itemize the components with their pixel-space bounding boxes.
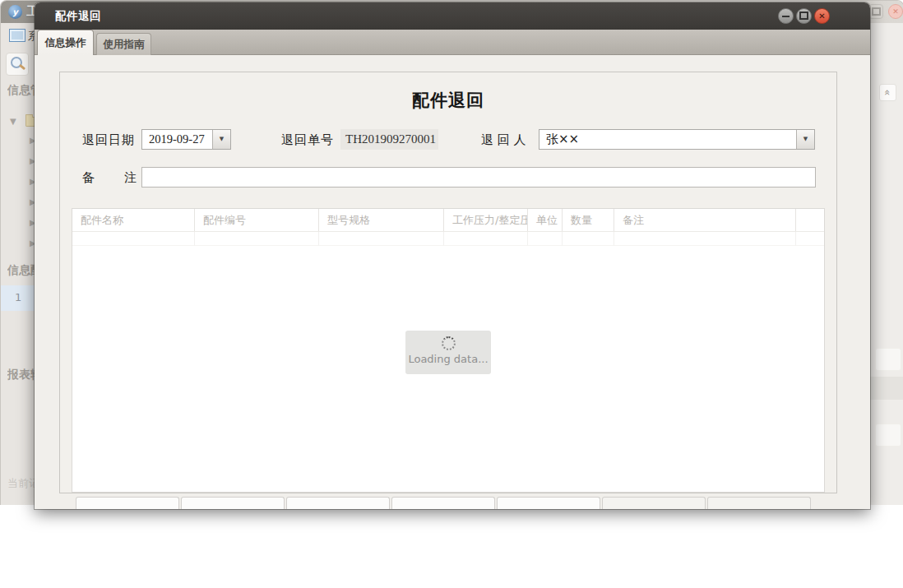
return-date-value: 2019-09-27 [149,130,205,149]
maximize-button[interactable] [796,8,812,24]
system-checkbox-icon[interactable] [9,29,25,42]
action-button[interactable] [286,497,390,509]
app-logo-icon: y [8,5,22,19]
col-filler [796,209,824,231]
minimize-icon [782,16,790,17]
returner-label: 退 回 人 [481,132,526,148]
collapse-panel-button[interactable]: « [879,84,896,101]
col-remark[interactable]: 备注 [614,209,796,231]
action-button[interactable] [76,497,179,509]
tree-collapse-icon[interactable]: ▼ [10,117,16,126]
spinner-icon [442,336,456,350]
remark-input[interactable] [141,167,816,188]
sidebar-selected-item[interactable]: 1 [1,285,35,311]
parent-sidebar: 系 信息管 ▼ ▶ ▶ ▶ ▶ ▶ ▶ 信息配 1 报表输 当前记 [1,23,35,505]
action-button[interactable] [707,497,811,509]
dialog-titlebar[interactable]: 配件退回 ✕ [35,2,870,30]
col-quantity[interactable]: 数量 [563,209,614,231]
dialog-body: 配件退回 退回日期 2019-09-27 ▼ 退回单号 TH2019092700… [35,55,870,509]
remark-label: 备 注 [82,170,137,186]
parent-maximize-button[interactable] [868,4,883,19]
col-unit[interactable]: 单位 [528,209,563,231]
parts-table: 配件名称 配件编号 型号规格 工作压力/整定压力 单位 数量 备注 [72,208,825,493]
loading-text: Loading data... [405,353,491,365]
action-button[interactable] [497,497,600,509]
col-model-spec[interactable]: 型号规格 [319,209,444,231]
return-date-label: 退回日期 [82,132,135,148]
action-button[interactable] [391,497,495,509]
col-part-no[interactable]: 配件编号 [195,209,319,231]
maximize-icon [799,12,808,20]
form-panel: 配件退回 退回日期 2019-09-27 ▼ 退回单号 TH2019092700… [59,72,837,493]
table-header-row: 配件名称 配件编号 型号规格 工作压力/整定压力 单位 数量 备注 [72,209,824,232]
page-title: 配件退回 [60,89,836,112]
order-no-label: 退回单号 [281,132,334,148]
action-button[interactable] [181,497,285,509]
tab-user-guide[interactable]: 使用指南 [96,33,151,55]
returner-dropdown-button[interactable]: ▼ [796,130,814,149]
returner-select[interactable]: 张×× ▼ [539,129,815,150]
action-button[interactable] [602,497,706,509]
remark-label-left: 备 [82,170,95,186]
minimize-button[interactable] [778,8,794,24]
parent-close-button[interactable]: ✕ [888,4,903,19]
parts-return-dialog: 配件退回 ✕ 信息操作 使用指南 配件退回 退回日期 2019-09-27 ▼ … [35,2,870,509]
search-button[interactable] [6,53,29,76]
maximize-icon [872,7,881,16]
chevron-down-icon: ▼ [797,130,814,149]
loading-indicator: Loading data... [405,331,491,374]
chevron-down-icon: ▼ [213,130,230,149]
parent-ghost-row [875,424,901,447]
table-row [72,232,824,246]
parent-highlight-row [870,377,903,400]
order-no-field: TH201909270001 [340,129,438,150]
col-part-name[interactable]: 配件名称 [72,209,195,231]
dialog-title: 配件退回 [55,2,101,30]
remark-label-right: 注 [124,170,137,186]
tab-info-operations[interactable]: 信息操作 [37,30,94,55]
date-dropdown-button[interactable]: ▼ [212,130,230,149]
search-icon-handle [19,64,25,70]
col-working-pressure[interactable]: 工作压力/整定压力 [444,209,528,231]
return-date-picker[interactable]: 2019-09-27 ▼ [141,129,231,150]
parent-ghost-row [875,348,901,371]
selected-item-number: 1 [15,291,21,303]
close-button[interactable]: ✕ [814,8,830,24]
chevron-up-icon: « [880,85,896,100]
returner-value: 张×× [546,130,579,149]
tab-strip: 信息操作 使用指南 [35,30,870,55]
